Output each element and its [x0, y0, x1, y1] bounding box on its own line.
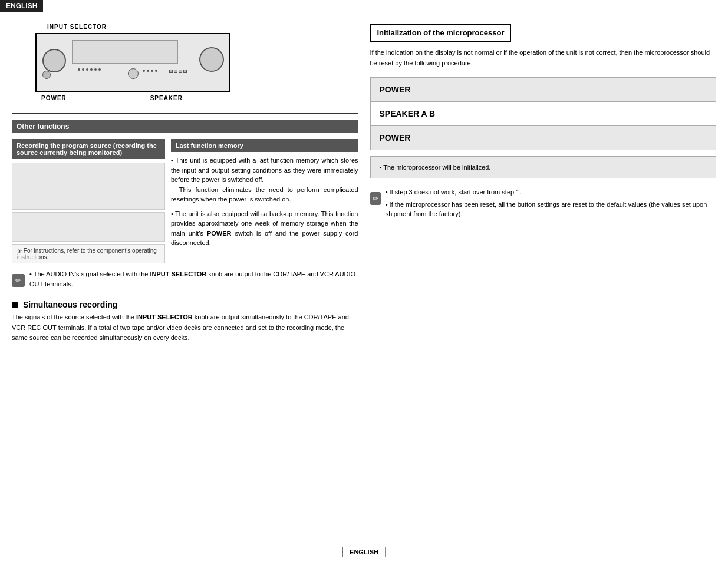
top-banner: ENGLISH — [0, 0, 43, 12]
receiver-labels: POWER SPEAKER — [35, 95, 230, 101]
btn2 — [174, 70, 177, 73]
init-notes-section: • If step 3 does not work, start over fr… — [370, 187, 717, 222]
input-selector-bold-2: INPUT SELECTOR — [136, 313, 193, 320]
dot1 — [78, 68, 80, 71]
recording-gray-box-1 — [12, 163, 165, 210]
other-functions-header: Other functions — [12, 120, 358, 133]
recording-header: Recording the program source (recording … — [12, 139, 165, 159]
init-result-box: • The microprocessor will be initialized… — [370, 156, 717, 178]
last-function-bullet1: • This unit is equipped with a last func… — [171, 156, 358, 204]
dot10 — [155, 70, 157, 72]
btn3 — [179, 70, 182, 73]
step-3-cell: POWER — [370, 126, 716, 150]
section-divider-1 — [12, 113, 358, 114]
right-column: Initialization of the microprocessor If … — [364, 24, 717, 343]
power-bold: POWER — [207, 230, 232, 237]
power-indicator — [42, 71, 51, 79]
init-notes-text: • If step 3 does not work, start over fr… — [386, 187, 716, 222]
last-function-bullet2: • The unit is also equipped with a back-… — [171, 209, 358, 248]
simultaneous-header: Simultaneous recording — [12, 300, 358, 309]
square-bullet-icon — [12, 302, 18, 308]
left-knob — [42, 49, 66, 72]
two-columns: INPUT SELECTOR — [12, 24, 716, 343]
simultaneous-section: Simultaneous recording The signals of th… — [12, 300, 358, 343]
dot7 — [143, 70, 145, 72]
bottom-banner-text: ENGLISH — [350, 548, 378, 556]
pencil-icon-1 — [12, 274, 25, 287]
init-result-text: • The microprocessor will be initialized… — [380, 164, 707, 171]
steps-table: POWER SPEAKER A B POWER — [370, 77, 717, 150]
init-note-2: • If the microprocessor has been reset, … — [386, 200, 716, 219]
center-knob — [128, 68, 139, 79]
bottom-banner: ENGLISH — [342, 547, 386, 557]
btn1 — [169, 70, 173, 73]
dot8 — [147, 70, 149, 72]
table-row: SPEAKER A B — [370, 102, 716, 126]
dot6 — [98, 68, 101, 71]
power-label: POWER — [41, 95, 67, 101]
input-selector-label: INPUT SELECTOR — [47, 24, 358, 30]
dot3 — [86, 68, 88, 71]
last-function-section: Last function memory • This unit is equi… — [171, 139, 358, 263]
recording-section: Recording the program source (recording … — [12, 139, 165, 263]
speaker-label: SPEAKER — [150, 95, 183, 101]
simultaneous-body: The signals of the source selected with … — [12, 312, 358, 343]
recording-gray-box-2 — [12, 212, 165, 242]
sub-columns: Recording the program source (recording … — [12, 139, 358, 263]
top-banner-text: ENGLISH — [6, 2, 37, 10]
main-content: INPUT SELECTOR — [0, 12, 728, 562]
dot5 — [94, 68, 97, 71]
last-function-header: Last function memory — [171, 139, 358, 152]
input-selector-section: INPUT SELECTOR — [12, 24, 358, 101]
left-column: INPUT SELECTOR — [12, 24, 364, 343]
init-description: If the indication on the display is not … — [370, 48, 717, 68]
step-2-cell: SPEAKER A B — [370, 102, 716, 126]
init-header: Initialization of the microprocessor — [370, 24, 512, 42]
right-knob — [199, 47, 224, 72]
pencil-icon-2 — [370, 192, 381, 205]
audio-note-text: • The AUDIO IN's signal selected with th… — [29, 269, 358, 291]
dot4 — [90, 68, 93, 71]
instructions-note: ※ For instructions, refer to the compone… — [12, 244, 165, 263]
audio-note-section: • The AUDIO IN's signal selected with th… — [12, 269, 358, 291]
dot2 — [82, 68, 84, 71]
table-row: POWER — [370, 126, 716, 150]
receiver-diagram — [35, 33, 230, 92]
step-1-cell: POWER — [370, 78, 716, 102]
btn4 — [183, 70, 187, 73]
table-row: POWER — [370, 78, 716, 102]
dot9 — [151, 70, 153, 72]
init-note-1: • If step 3 does not work, start over fr… — [386, 187, 716, 197]
display-area — [72, 40, 178, 64]
input-selector-bold-1: INPUT SELECTOR — [150, 270, 206, 277]
simultaneous-title: Simultaneous recording — [23, 300, 117, 309]
